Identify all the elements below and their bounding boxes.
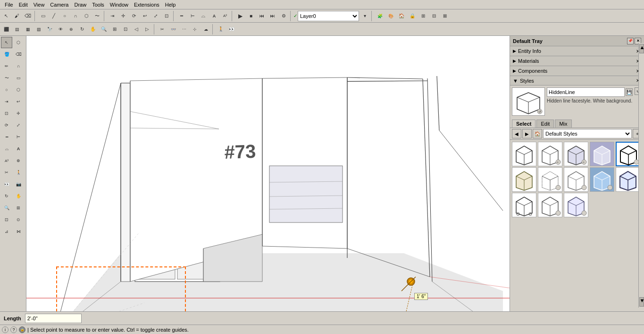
home-btn[interactable]: 🏠 — [396, 11, 407, 21]
look-around-btn[interactable]: 👀 — [226, 24, 237, 34]
styles-panel-header[interactable]: ▼ Styles ✕ — [510, 76, 644, 86]
orbit-btn[interactable]: ↻ — [77, 24, 87, 34]
bottom-view-btn[interactable]: ⊕ — [66, 24, 76, 34]
followme-btn[interactable]: ↩ — [140, 11, 150, 21]
status-geo-icon[interactable]: ? — [10, 326, 17, 333]
style-thumb-9[interactable] — [590, 167, 614, 192]
status-info-icon[interactable]: i — [2, 326, 8, 333]
styles-home-btn[interactable]: 🏠 — [533, 129, 542, 138]
rotate-btn[interactable]: ⟳ — [129, 11, 139, 21]
style-save-btn[interactable]: 💾 — [626, 88, 633, 96]
style-thumb-12[interactable] — [538, 193, 562, 217]
next-view-btn[interactable]: ▷ — [142, 24, 152, 34]
pan-btn[interactable]: ✋ — [88, 24, 98, 34]
polygon-btn[interactable]: ⬡ — [81, 11, 92, 21]
zoom-btn[interactable]: 🔍 — [99, 24, 109, 34]
prev-scene-btn[interactable]: ⏮ — [257, 11, 267, 21]
menu-draw[interactable]: Draw — [71, 1, 89, 9]
style-thumb-6[interactable] — [512, 167, 536, 192]
right-scrollbar[interactable]: ▲ ▼ — [638, 43, 644, 308]
tab-select[interactable]: Select — [512, 120, 535, 128]
previous-view-btn[interactable]: ◁ — [131, 24, 142, 34]
menu-view[interactable]: View — [31, 1, 48, 9]
line-btn[interactable]: ╱ — [49, 11, 59, 21]
menu-tools[interactable]: Tools — [89, 1, 107, 9]
shadows-btn[interactable]: ☁ — [201, 24, 211, 34]
scroll-up-btn[interactable]: ▲ — [639, 44, 644, 53]
section-tool[interactable]: ✂ — [1, 167, 12, 178]
offset-tool[interactable]: ⊡ — [1, 108, 12, 119]
pushpull-btn[interactable]: ⇥ — [107, 11, 117, 21]
paint-tool-btn[interactable]: 🖌 — [12, 11, 22, 21]
iso-view-btn[interactable]: ⬛ — [1, 24, 11, 34]
style-thumb-3[interactable]: + — [564, 142, 588, 166]
move-tool[interactable]: ✛ — [13, 108, 24, 119]
menu-window[interactable]: Window — [107, 1, 131, 9]
fieldofview-tool[interactable]: ⊙ — [13, 214, 24, 225]
circle-btn[interactable]: ○ — [59, 11, 70, 21]
dimension-tool[interactable]: ⊢ — [13, 131, 24, 143]
guides-btn[interactable]: ⊹ — [190, 24, 200, 34]
move-btn[interactable]: ✛ — [118, 11, 128, 21]
components-browser-btn[interactable]: 🧩 — [375, 11, 385, 21]
component-tool[interactable]: ⬡ — [13, 37, 24, 48]
style-thumb-7[interactable] — [538, 167, 562, 192]
dimension-btn[interactable]: ⊢ — [187, 11, 198, 21]
style-thumb-4[interactable] — [590, 142, 614, 166]
paint-bucket-tool[interactable]: 🪣 — [1, 49, 12, 60]
style-name-input[interactable] — [547, 87, 625, 97]
walk-tool-btn[interactable]: 🚶 — [216, 24, 226, 34]
pan-tool[interactable]: ✋ — [13, 190, 24, 202]
text-tool[interactable]: A — [13, 143, 24, 154]
arc-tool[interactable]: ∩ — [13, 60, 24, 72]
entity-info-header[interactable]: ▶ Entity Info ✕ — [510, 46, 644, 56]
layer-dropdown-arrow[interactable]: ▾ — [360, 11, 370, 21]
text-btn[interactable]: A — [209, 11, 219, 21]
components-header[interactable]: ▶ Components ✕ — [510, 66, 644, 76]
scale-btn[interactable]: ⤢ — [151, 11, 161, 21]
scale-tool[interactable]: ⤢ — [13, 120, 24, 131]
freehand-tool[interactable]: 〜 — [1, 72, 12, 84]
position-camera-tool[interactable]: 📷 — [13, 179, 24, 190]
next-scene-btn[interactable]: ⏭ — [268, 11, 278, 21]
scroll-down-btn[interactable]: ▼ — [639, 297, 644, 307]
zoomwindow-tool[interactable]: ⊞ — [13, 202, 24, 214]
tab-mix[interactable]: Mix — [555, 120, 571, 128]
styles-forward-btn[interactable]: ▶ — [522, 129, 532, 138]
lock-btn[interactable]: 🔒 — [407, 11, 418, 21]
style-thumb-5[interactable] — [616, 142, 640, 166]
followme-tool[interactable]: ↩ — [13, 96, 24, 107]
vcb-input[interactable] — [25, 314, 82, 323]
collapse-btn[interactable]: ⊟ — [429, 11, 439, 21]
rotate-tool[interactable]: ⟳ — [1, 120, 12, 131]
menu-file[interactable]: File — [2, 1, 16, 9]
pushpull-tool[interactable]: ⇥ — [1, 96, 12, 107]
xray-btn[interactable]: 👓 — [168, 24, 178, 34]
advanced-tool[interactable]: ⋈ — [13, 226, 24, 237]
style-thumb-8[interactable] — [564, 167, 588, 192]
tape-measure-tool[interactable]: ━ — [1, 131, 12, 143]
walkthrough-tool[interactable]: 🚶 — [13, 167, 24, 178]
right-view-btn[interactable]: ▧ — [33, 24, 44, 34]
zoomextents-tool[interactable]: ⊡ — [1, 214, 12, 225]
zoom-extents-btn[interactable]: ⊡ — [120, 24, 131, 34]
select-tool-btn[interactable]: ↖ — [1, 11, 11, 21]
play-btn[interactable]: ▶ — [235, 11, 245, 21]
style-thumb-1[interactable] — [512, 142, 536, 166]
back-view-btn[interactable]: 🔭 — [44, 24, 55, 34]
lookaround-tool[interactable]: 👀 — [1, 179, 12, 190]
menu-extensions[interactable]: Extensions — [131, 1, 162, 9]
axes-tool[interactable]: ⊕ — [13, 155, 24, 166]
styles-category-dropdown[interactable]: Default Styles Assorted Styles Color Set… — [543, 129, 632, 138]
offset-btn[interactable]: ⊡ — [161, 11, 172, 21]
circle-tool2[interactable]: ○ — [1, 84, 12, 95]
style-thumb-11[interactable] — [512, 193, 536, 217]
styles-back-btn[interactable]: ◀ — [512, 129, 521, 138]
expand-btn[interactable]: ⊞ — [418, 11, 428, 21]
hidden-geo-btn[interactable]: ⋯ — [179, 24, 189, 34]
settings2-btn[interactable]: ⊠ — [440, 11, 450, 21]
top-view-btn[interactable]: ▤ — [12, 24, 22, 34]
rectangle-btn[interactable]: ▭ — [38, 11, 48, 21]
viewport[interactable]: #73 — [26, 36, 510, 311]
style-thumb-10[interactable] — [616, 167, 640, 192]
